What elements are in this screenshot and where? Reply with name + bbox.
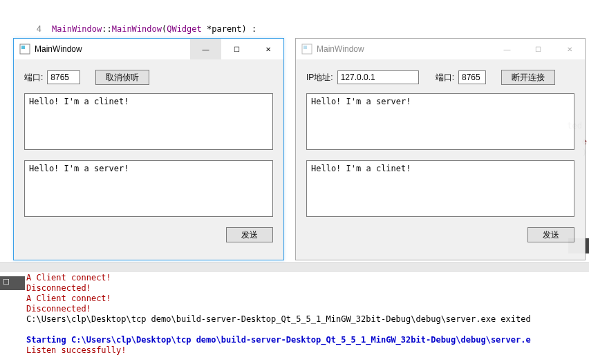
port-label: 端口: xyxy=(436,72,454,84)
close-button[interactable]: ✕ xyxy=(252,39,283,59)
close-button[interactable]: ✕ xyxy=(554,39,585,59)
receive-textbox[interactable] xyxy=(24,93,273,150)
ip-label: IP地址: xyxy=(306,72,333,84)
receive-textbox[interactable] xyxy=(306,93,574,150)
stop-listen-button[interactable]: 取消侦听 xyxy=(95,70,149,85)
svg-rect-1 xyxy=(21,46,25,49)
output-console: A Client connect!Disconnected!A Client c… xyxy=(26,273,586,356)
titlebar[interactable]: MainWindow — ☐ ✕ xyxy=(14,39,283,59)
console-sidebar-button[interactable] xyxy=(0,276,25,290)
window-title: MainWindow xyxy=(317,44,492,54)
console-tabbar xyxy=(0,262,589,272)
server-window: MainWindow — ☐ ✕ 端口: 取消侦听 发送 xyxy=(13,38,284,260)
app-icon xyxy=(19,44,30,55)
titlebar[interactable]: MainWindow — ☐ ✕ xyxy=(296,39,585,59)
port-input[interactable] xyxy=(458,70,486,84)
client-window: MainWindow — ☐ ✕ IP地址: 端口: 断开连接 发送 xyxy=(295,38,586,260)
minimize-button[interactable]: — xyxy=(492,39,523,59)
send-textbox[interactable] xyxy=(306,160,574,217)
port-input[interactable] xyxy=(47,70,80,84)
send-button[interactable]: 发送 xyxy=(226,227,273,242)
send-textbox[interactable] xyxy=(24,160,273,217)
maximize-button[interactable]: ☐ xyxy=(523,39,554,59)
maximize-button[interactable]: ☐ xyxy=(221,39,252,59)
ip-input[interactable] xyxy=(337,70,419,84)
app-icon xyxy=(301,44,312,55)
port-label: 端口: xyxy=(24,72,43,84)
disconnect-button[interactable]: 断开连接 xyxy=(501,70,555,85)
window-title: MainWindow xyxy=(35,44,190,54)
minimize-button[interactable]: — xyxy=(190,39,221,59)
send-button[interactable]: 发送 xyxy=(527,227,574,242)
svg-rect-3 xyxy=(303,46,307,49)
